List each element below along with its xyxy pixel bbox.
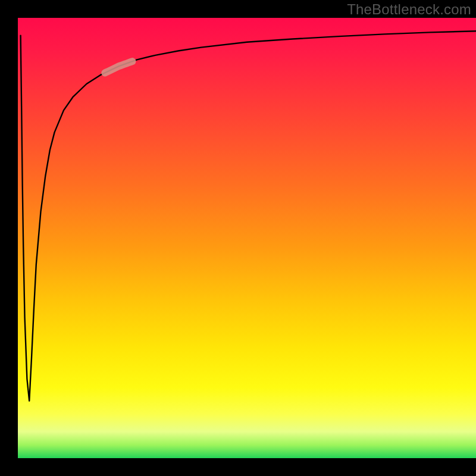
plot-area xyxy=(18,18,476,458)
curve-layer xyxy=(18,18,476,458)
curve-highlight xyxy=(105,61,132,73)
chart-frame: TheBottleneck.com xyxy=(0,0,476,476)
attribution-text: TheBottleneck.com xyxy=(347,2,471,17)
curve-main xyxy=(21,31,476,401)
bottleneck-curve xyxy=(21,31,476,401)
